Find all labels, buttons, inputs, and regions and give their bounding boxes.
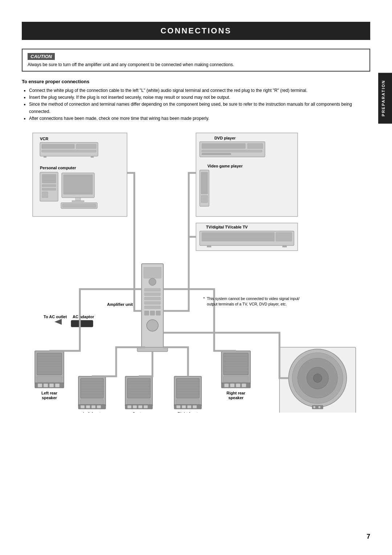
svg-rect-120 — [176, 405, 180, 408]
center-label: Center — [132, 412, 146, 413]
svg-point-132 — [313, 406, 315, 408]
svg-point-35 — [149, 278, 156, 285]
svg-rect-108 — [144, 405, 148, 408]
svg-text:speaker: speaker — [228, 396, 244, 400]
svg-rect-20 — [202, 143, 245, 149]
svg-rect-4 — [42, 150, 96, 152]
amplifier-unit-label: Amplifier unit — [107, 302, 133, 307]
footnote-star: * — [203, 296, 205, 301]
svg-rect-39 — [144, 301, 160, 304]
svg-rect-36 — [144, 288, 160, 291]
svg-rect-10 — [42, 188, 56, 190]
svg-rect-43 — [156, 311, 160, 315]
svg-rect-97 — [127, 400, 150, 405]
svg-rect-121 — [182, 405, 186, 408]
svg-rect-25 — [201, 172, 208, 194]
svg-rect-41 — [144, 311, 149, 315]
svg-text:speaker: speaker — [42, 396, 57, 400]
svg-rect-66 — [224, 376, 248, 382]
svg-rect-11 — [42, 192, 48, 198]
svg-rect-9 — [42, 185, 56, 187]
diagram-svg: VCR Personal computer — [22, 129, 370, 413]
svg-rect-62 — [55, 384, 60, 387]
side-tab-label: PREPARATION — [381, 80, 385, 116]
svg-rect-14 — [75, 198, 81, 200]
svg-rect-107 — [138, 405, 142, 408]
svg-marker-46 — [54, 319, 62, 325]
svg-rect-37 — [144, 293, 160, 296]
vcr-label: VCR — [40, 137, 48, 141]
svg-rect-91 — [86, 405, 90, 408]
svg-rect-93 — [97, 405, 101, 408]
svg-rect-47 — [71, 320, 93, 327]
svg-rect-38 — [144, 297, 160, 300]
bullet-item-2: Insert the plug securely. If the plug is… — [29, 94, 370, 101]
svg-rect-42 — [150, 311, 155, 315]
svg-rect-2 — [42, 144, 74, 149]
caution-text: Always be sure to turn off the amplifier… — [28, 62, 364, 67]
svg-rect-31 — [207, 246, 211, 247]
tv-label: TV/digital TV/cable TV — [206, 225, 248, 229]
svg-rect-112 — [176, 400, 199, 405]
left-rear-label: Left rear — [41, 391, 58, 395]
svg-point-130 — [313, 374, 322, 382]
svg-rect-82 — [81, 400, 103, 405]
diagram-area: VCR Personal computer — [22, 129, 370, 414]
right-front-label: Right front — [177, 412, 198, 413]
page-title: CONNECTIONS — [22, 22, 370, 40]
svg-rect-50 — [37, 376, 62, 382]
svg-rect-105 — [127, 405, 131, 408]
svg-rect-17 — [62, 204, 96, 207]
video-game-label: Video game player — [207, 164, 243, 168]
svg-rect-34 — [144, 267, 161, 278]
bullet-item-4: After connections have been made, check … — [29, 115, 370, 122]
svg-point-44 — [147, 320, 158, 331]
svg-rect-76 — [230, 384, 234, 387]
svg-rect-122 — [187, 405, 191, 408]
svg-rect-90 — [81, 405, 85, 408]
proper-connections-title: To ensure proper connections — [22, 79, 370, 84]
page-number: 7 — [367, 533, 370, 540]
personal-computer-label: Personal computer — [40, 166, 76, 170]
svg-rect-30 — [276, 232, 292, 241]
left-front-label: Left front — [83, 412, 101, 413]
svg-rect-77 — [236, 384, 240, 387]
svg-rect-6 — [91, 156, 94, 158]
svg-point-133 — [318, 406, 320, 408]
svg-rect-123 — [193, 405, 197, 408]
svg-rect-59 — [38, 384, 42, 387]
footnote-line1: This system cannot be connected to video… — [207, 296, 299, 301]
svg-rect-8 — [42, 174, 56, 183]
svg-rect-106 — [133, 405, 137, 408]
svg-rect-78 — [242, 384, 246, 387]
proper-connections-section: To ensure proper connections Connect the… — [22, 79, 370, 122]
svg-rect-15 — [72, 200, 84, 202]
side-tab: PREPARATION — [378, 73, 392, 123]
svg-rect-92 — [91, 405, 95, 408]
svg-rect-5 — [44, 156, 46, 158]
right-rear-label: Right rear — [226, 391, 246, 395]
caution-label: CAUTION — [28, 53, 55, 60]
svg-rect-29 — [202, 232, 274, 241]
dvd-player-label: DVD player — [215, 136, 236, 140]
svg-rect-32 — [282, 246, 287, 247]
svg-rect-60 — [44, 384, 48, 387]
svg-rect-61 — [49, 384, 54, 387]
bullet-item-3: Since the method of connection and termi… — [29, 101, 370, 115]
svg-rect-23 — [202, 153, 231, 155]
svg-rect-26 — [201, 195, 208, 203]
svg-rect-13 — [64, 175, 93, 194]
page-container: PREPARATION CONNECTIONS CAUTION Always b… — [0, 0, 392, 555]
caution-box: CAUTION Always be sure to turn off the a… — [22, 49, 370, 72]
bullet-item-1: Connect the white plug of the connection… — [29, 87, 370, 94]
svg-rect-40 — [144, 306, 160, 309]
svg-rect-3 — [76, 144, 96, 149]
footnote-line2: output terminals of a TV, VCR, DVD playe… — [207, 302, 287, 306]
svg-rect-21 — [248, 143, 263, 149]
bullet-list: Connect the white plug of the connection… — [29, 87, 370, 122]
ac-adaptor-label: AC adaptor — [73, 315, 94, 319]
ac-outlet-label: To AC outlet — [44, 315, 67, 319]
svg-rect-22 — [202, 150, 262, 152]
svg-rect-75 — [224, 384, 229, 387]
